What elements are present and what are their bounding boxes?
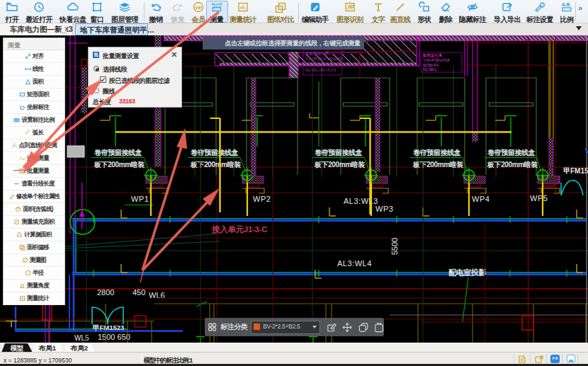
svg-text:N1 WL1 BV-3*2.5: N1 WL1 BV-3*2.5	[305, 68, 336, 72]
svg-text:2800: 2800	[97, 288, 114, 297]
svg-text:接入单元J1-3-C: 接入单元J1-3-C	[211, 225, 267, 234]
svg-text:沿桥架敷设 引至AL3: 沿桥架敷设 引至AL3	[305, 62, 341, 67]
svg-text:5500: 5500	[390, 238, 399, 255]
svg-text:板下200mm暗装: 板下200mm暗装	[487, 161, 538, 168]
svg-text:板下200mm暗装: 板下200mm暗装	[190, 161, 242, 168]
svg-text:甲FM152: 甲FM152	[563, 167, 588, 175]
svg-text:甲FM1523: 甲FM1523	[93, 324, 124, 331]
svg-text:WP2: WP2	[253, 195, 271, 203]
svg-text:WP3: WP3	[375, 205, 393, 213]
svg-text:配电室投影: 配电室投影	[448, 268, 486, 277]
svg-text:WL5: WL5	[74, 334, 89, 342]
svg-text:WP1: WP1	[131, 195, 149, 203]
svg-text:卷帘预留接线盒: 卷帘预留接线盒	[487, 149, 536, 156]
svg-text:卷帘预留接线盒: 卷帘预留接线盒	[94, 149, 142, 156]
svg-text:板下200mm暗装: 板下200mm暗装	[314, 161, 366, 168]
svg-text:WP4: WP4	[472, 195, 490, 203]
svg-text:AL3:WL4: AL3:WL4	[337, 259, 372, 268]
svg-text:450: 450	[132, 288, 145, 297]
svg-text:YJV-4*25+1*16 SC50: YJV-4*25+1*16 SC50	[305, 57, 343, 61]
svg-text:板下200mm暗装: 板下200mm暗装	[412, 161, 464, 168]
svg-text:卷帘预留接线盒: 卷帘预留接线盒	[413, 149, 461, 156]
svg-text:变配电室引来: 变配电室引来	[305, 51, 329, 56]
svg-text:板下200mm暗装: 板下200mm暗装	[94, 161, 145, 168]
svg-text:1500 650: 1500 650	[98, 333, 130, 341]
svg-text:N1 WL1: N1 WL1	[423, 67, 437, 72]
svg-text:AL3:WL3: AL3:WL3	[344, 197, 378, 205]
svg-text:卷帘预留接线盒: 卷帘预留接线盒	[191, 149, 239, 156]
svg-text:YJV-4*25+1*16: YJV-4*25+1*16	[423, 58, 449, 62]
svg-text:WP5: WP5	[530, 194, 548, 202]
svg-text:A:B: A:B	[562, 2, 570, 7]
svg-text:配电室引来: 配电室引来	[423, 53, 443, 58]
svg-text:卷帘预留接线盒: 卷帘预留接线盒	[315, 149, 363, 156]
